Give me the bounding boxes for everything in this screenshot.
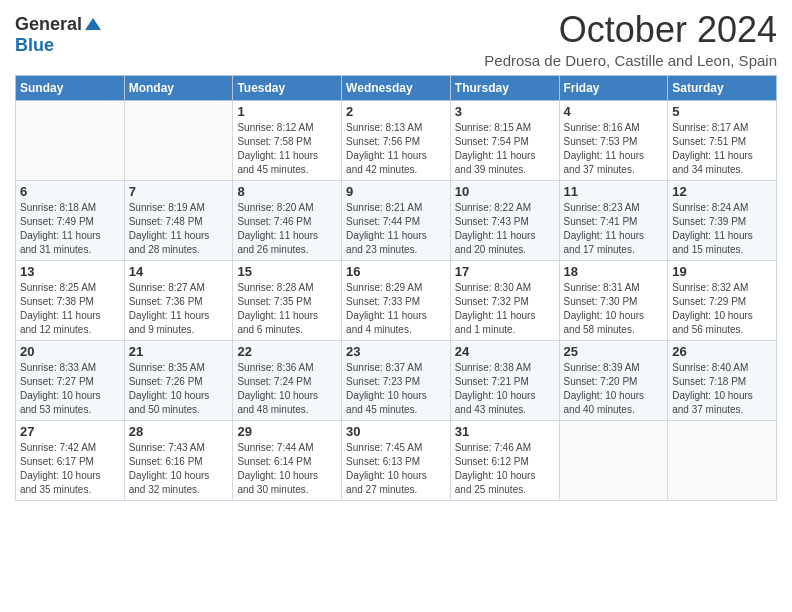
day-info: Sunrise: 8:27 AM Sunset: 7:36 PM Dayligh…	[129, 281, 229, 337]
day-number: 14	[129, 264, 229, 279]
day-info: Sunrise: 8:40 AM Sunset: 7:18 PM Dayligh…	[672, 361, 772, 417]
calendar-week-5: 27Sunrise: 7:42 AM Sunset: 6:17 PM Dayli…	[16, 420, 777, 500]
calendar-cell: 31Sunrise: 7:46 AM Sunset: 6:12 PM Dayli…	[450, 420, 559, 500]
logo-text-blue: Blue	[15, 36, 54, 56]
calendar-cell: 24Sunrise: 8:38 AM Sunset: 7:21 PM Dayli…	[450, 340, 559, 420]
day-info: Sunrise: 8:20 AM Sunset: 7:46 PM Dayligh…	[237, 201, 337, 257]
header-thursday: Thursday	[450, 75, 559, 100]
calendar-cell: 22Sunrise: 8:36 AM Sunset: 7:24 PM Dayli…	[233, 340, 342, 420]
calendar-cell: 27Sunrise: 7:42 AM Sunset: 6:17 PM Dayli…	[16, 420, 125, 500]
day-info: Sunrise: 8:16 AM Sunset: 7:53 PM Dayligh…	[564, 121, 664, 177]
day-number: 13	[20, 264, 120, 279]
day-number: 22	[237, 344, 337, 359]
day-number: 9	[346, 184, 446, 199]
calendar-week-4: 20Sunrise: 8:33 AM Sunset: 7:27 PM Dayli…	[16, 340, 777, 420]
day-number: 23	[346, 344, 446, 359]
main-title: October 2024	[484, 10, 777, 50]
calendar-cell: 13Sunrise: 8:25 AM Sunset: 7:38 PM Dayli…	[16, 260, 125, 340]
day-number: 28	[129, 424, 229, 439]
header-monday: Monday	[124, 75, 233, 100]
header-saturday: Saturday	[668, 75, 777, 100]
day-info: Sunrise: 8:22 AM Sunset: 7:43 PM Dayligh…	[455, 201, 555, 257]
day-info: Sunrise: 8:33 AM Sunset: 7:27 PM Dayligh…	[20, 361, 120, 417]
day-number: 15	[237, 264, 337, 279]
day-info: Sunrise: 8:13 AM Sunset: 7:56 PM Dayligh…	[346, 121, 446, 177]
page: General Blue October 2024 Pedrosa de Due…	[0, 0, 792, 612]
calendar-cell	[668, 420, 777, 500]
calendar-cell: 14Sunrise: 8:27 AM Sunset: 7:36 PM Dayli…	[124, 260, 233, 340]
day-number: 2	[346, 104, 446, 119]
day-info: Sunrise: 8:21 AM Sunset: 7:44 PM Dayligh…	[346, 201, 446, 257]
header-sunday: Sunday	[16, 75, 125, 100]
title-block: October 2024 Pedrosa de Duero, Castille …	[484, 10, 777, 69]
calendar-cell: 30Sunrise: 7:45 AM Sunset: 6:13 PM Dayli…	[342, 420, 451, 500]
day-info: Sunrise: 8:28 AM Sunset: 7:35 PM Dayligh…	[237, 281, 337, 337]
day-info: Sunrise: 8:36 AM Sunset: 7:24 PM Dayligh…	[237, 361, 337, 417]
logo-triangle-icon	[85, 16, 101, 36]
day-info: Sunrise: 8:19 AM Sunset: 7:48 PM Dayligh…	[129, 201, 229, 257]
header: General Blue October 2024 Pedrosa de Due…	[15, 10, 777, 69]
calendar-cell: 19Sunrise: 8:32 AM Sunset: 7:29 PM Dayli…	[668, 260, 777, 340]
calendar-body: 1Sunrise: 8:12 AM Sunset: 7:58 PM Daylig…	[16, 100, 777, 500]
day-number: 11	[564, 184, 664, 199]
calendar-cell	[559, 420, 668, 500]
day-number: 3	[455, 104, 555, 119]
calendar-week-1: 1Sunrise: 8:12 AM Sunset: 7:58 PM Daylig…	[16, 100, 777, 180]
calendar-cell: 1Sunrise: 8:12 AM Sunset: 7:58 PM Daylig…	[233, 100, 342, 180]
calendar-cell: 16Sunrise: 8:29 AM Sunset: 7:33 PM Dayli…	[342, 260, 451, 340]
day-info: Sunrise: 7:46 AM Sunset: 6:12 PM Dayligh…	[455, 441, 555, 497]
calendar-cell: 23Sunrise: 8:37 AM Sunset: 7:23 PM Dayli…	[342, 340, 451, 420]
calendar-cell: 26Sunrise: 8:40 AM Sunset: 7:18 PM Dayli…	[668, 340, 777, 420]
calendar-cell: 28Sunrise: 7:43 AM Sunset: 6:16 PM Dayli…	[124, 420, 233, 500]
day-number: 30	[346, 424, 446, 439]
day-number: 29	[237, 424, 337, 439]
calendar-cell: 3Sunrise: 8:15 AM Sunset: 7:54 PM Daylig…	[450, 100, 559, 180]
day-number: 25	[564, 344, 664, 359]
calendar-cell: 25Sunrise: 8:39 AM Sunset: 7:20 PM Dayli…	[559, 340, 668, 420]
day-info: Sunrise: 8:12 AM Sunset: 7:58 PM Dayligh…	[237, 121, 337, 177]
day-number: 7	[129, 184, 229, 199]
day-number: 4	[564, 104, 664, 119]
day-info: Sunrise: 8:32 AM Sunset: 7:29 PM Dayligh…	[672, 281, 772, 337]
calendar-week-2: 6Sunrise: 8:18 AM Sunset: 7:49 PM Daylig…	[16, 180, 777, 260]
day-number: 21	[129, 344, 229, 359]
calendar-cell: 12Sunrise: 8:24 AM Sunset: 7:39 PM Dayli…	[668, 180, 777, 260]
day-number: 24	[455, 344, 555, 359]
day-info: Sunrise: 8:15 AM Sunset: 7:54 PM Dayligh…	[455, 121, 555, 177]
day-number: 1	[237, 104, 337, 119]
calendar-header-row: Sunday Monday Tuesday Wednesday Thursday…	[16, 75, 777, 100]
day-number: 27	[20, 424, 120, 439]
day-number: 20	[20, 344, 120, 359]
calendar-week-3: 13Sunrise: 8:25 AM Sunset: 7:38 PM Dayli…	[16, 260, 777, 340]
calendar-cell: 6Sunrise: 8:18 AM Sunset: 7:49 PM Daylig…	[16, 180, 125, 260]
day-number: 26	[672, 344, 772, 359]
calendar-cell: 29Sunrise: 7:44 AM Sunset: 6:14 PM Dayli…	[233, 420, 342, 500]
day-number: 31	[455, 424, 555, 439]
calendar-cell: 2Sunrise: 8:13 AM Sunset: 7:56 PM Daylig…	[342, 100, 451, 180]
day-info: Sunrise: 8:30 AM Sunset: 7:32 PM Dayligh…	[455, 281, 555, 337]
calendar-cell	[16, 100, 125, 180]
logo-text-general: General	[15, 15, 82, 35]
calendar-cell: 7Sunrise: 8:19 AM Sunset: 7:48 PM Daylig…	[124, 180, 233, 260]
day-info: Sunrise: 8:38 AM Sunset: 7:21 PM Dayligh…	[455, 361, 555, 417]
calendar-cell: 20Sunrise: 8:33 AM Sunset: 7:27 PM Dayli…	[16, 340, 125, 420]
day-info: Sunrise: 8:25 AM Sunset: 7:38 PM Dayligh…	[20, 281, 120, 337]
day-number: 19	[672, 264, 772, 279]
day-number: 12	[672, 184, 772, 199]
day-number: 17	[455, 264, 555, 279]
header-friday: Friday	[559, 75, 668, 100]
day-info: Sunrise: 8:29 AM Sunset: 7:33 PM Dayligh…	[346, 281, 446, 337]
day-info: Sunrise: 8:39 AM Sunset: 7:20 PM Dayligh…	[564, 361, 664, 417]
day-info: Sunrise: 7:42 AM Sunset: 6:17 PM Dayligh…	[20, 441, 120, 497]
calendar-cell: 10Sunrise: 8:22 AM Sunset: 7:43 PM Dayli…	[450, 180, 559, 260]
calendar-cell: 8Sunrise: 8:20 AM Sunset: 7:46 PM Daylig…	[233, 180, 342, 260]
logo: General Blue	[15, 14, 101, 56]
day-number: 6	[20, 184, 120, 199]
day-info: Sunrise: 7:43 AM Sunset: 6:16 PM Dayligh…	[129, 441, 229, 497]
day-info: Sunrise: 8:23 AM Sunset: 7:41 PM Dayligh…	[564, 201, 664, 257]
calendar-cell: 17Sunrise: 8:30 AM Sunset: 7:32 PM Dayli…	[450, 260, 559, 340]
day-info: Sunrise: 8:24 AM Sunset: 7:39 PM Dayligh…	[672, 201, 772, 257]
calendar-cell: 11Sunrise: 8:23 AM Sunset: 7:41 PM Dayli…	[559, 180, 668, 260]
header-wednesday: Wednesday	[342, 75, 451, 100]
calendar-cell: 5Sunrise: 8:17 AM Sunset: 7:51 PM Daylig…	[668, 100, 777, 180]
